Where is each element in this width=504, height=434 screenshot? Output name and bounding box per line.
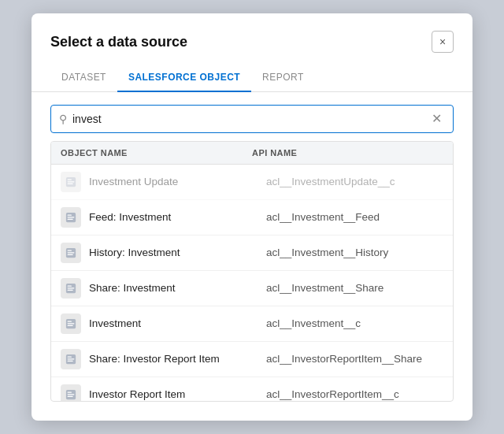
col-object-header: OBJECT NAME: [61, 148, 252, 158]
table-row[interactable]: Investment acl__Investment__c: [51, 306, 453, 342]
svg-rect-3: [68, 184, 73, 184]
table-row[interactable]: Share: Investor Report Item acl__Investo…: [51, 342, 453, 377]
table-row[interactable]: Investor Report Item acl__InvestorReport…: [51, 377, 453, 401]
svg-rect-7: [68, 219, 73, 220]
svg-rect-23: [68, 361, 73, 362]
object-name: History: Investment: [89, 247, 266, 258]
table-row[interactable]: Share: Investment acl__Investment__Share: [51, 271, 453, 306]
svg-rect-26: [68, 394, 75, 395]
object-icon: [65, 212, 76, 223]
row-icon: [61, 313, 81, 334]
svg-rect-18: [68, 323, 75, 324]
svg-rect-2: [68, 181, 75, 182]
svg-rect-5: [68, 214, 72, 215]
table-row[interactable]: Investment Update acl__InvestmentUpdate_…: [51, 165, 453, 200]
api-name: acl__InvestorReportItem__Share: [266, 353, 443, 365]
svg-rect-27: [68, 396, 73, 397]
row-icon: [61, 349, 81, 369]
search-box: ⚲ ✕: [50, 105, 454, 133]
api-name: acl__Investment__History: [266, 247, 443, 258]
svg-rect-1: [68, 179, 72, 180]
row-icon: [61, 243, 81, 263]
row-icon: [61, 278, 81, 299]
object-icon: [65, 318, 76, 329]
select-datasource-modal: Select a data source × DATASET SALESFORC…: [32, 13, 472, 421]
tab-dataset[interactable]: DATASET: [50, 65, 117, 92]
svg-rect-15: [68, 290, 73, 291]
svg-rect-14: [68, 287, 75, 288]
tab-salesforce-object[interactable]: SALESFORCE OBJECT: [117, 65, 251, 92]
object-name: Share: Investor Report Item: [89, 353, 266, 365]
object-name: Investment Update: [89, 176, 266, 187]
api-name: acl__Investment__Share: [266, 282, 443, 294]
svg-rect-19: [68, 325, 73, 326]
clear-search-button[interactable]: ✕: [428, 111, 445, 127]
row-icon: [61, 207, 81, 228]
api-name: acl__Investment__Feed: [266, 211, 443, 223]
col-api-header: API NAME: [252, 148, 443, 158]
tab-bar: DATASET SALESFORCE OBJECT REPORT: [32, 53, 472, 92]
svg-rect-6: [68, 217, 75, 217]
tab-report[interactable]: REPORT: [251, 65, 315, 92]
table-row[interactable]: Feed: Investment acl__Investment__Feed: [51, 200, 453, 236]
search-input[interactable]: [72, 113, 428, 125]
results-table: OBJECT NAME API NAME Investment Update a…: [50, 141, 454, 402]
object-icon: [65, 283, 76, 294]
close-button[interactable]: ×: [432, 31, 454, 53]
object-icon: [65, 354, 76, 365]
table-body: Investment Update acl__InvestmentUpdate_…: [51, 165, 453, 401]
search-row: ⚲ ✕: [32, 92, 472, 141]
svg-rect-17: [68, 321, 72, 321]
svg-rect-9: [68, 250, 72, 250]
svg-rect-11: [68, 254, 73, 255]
api-name: acl__InvestorReportItem__c: [266, 388, 443, 400]
row-icon: [61, 172, 81, 192]
row-icon: [61, 384, 81, 401]
object-name: Investor Report Item: [89, 388, 266, 400]
object-name: Feed: Investment: [89, 211, 266, 223]
svg-rect-25: [68, 391, 72, 392]
modal-title: Select a data source: [50, 34, 187, 50]
close-icon: ×: [439, 35, 446, 48]
object-icon: [65, 247, 76, 258]
search-icon: ⚲: [59, 113, 67, 125]
svg-rect-13: [68, 285, 72, 286]
object-icon: [65, 176, 76, 187]
object-name: Share: Investment: [89, 282, 266, 294]
svg-rect-10: [68, 252, 75, 253]
object-name: Investment: [89, 317, 266, 329]
svg-rect-22: [68, 358, 75, 359]
table-row[interactable]: History: Investment acl__Investment__His…: [51, 236, 453, 271]
table-header: OBJECT NAME API NAME: [51, 142, 453, 165]
api-name: acl__InvestmentUpdate__c: [266, 176, 443, 187]
modal-header: Select a data source ×: [32, 13, 472, 53]
api-name: acl__Investment__c: [266, 317, 443, 329]
object-icon: [65, 389, 76, 400]
svg-rect-21: [68, 356, 72, 357]
